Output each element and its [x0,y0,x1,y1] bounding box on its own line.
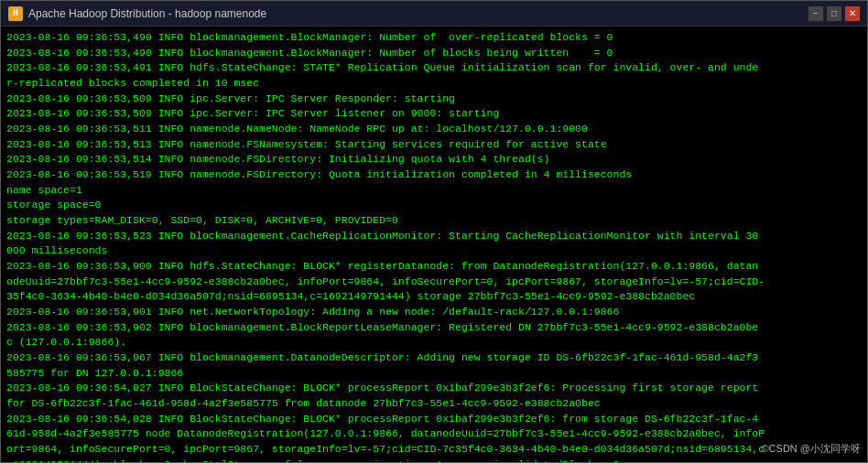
watermark: ©CSDN @小沈同学呀 [762,442,862,456]
log-line: 2023-08-16 09:36:53,491 INFO hdfs.StateC… [6,60,862,76]
log-line: 61d-958d-4a2f3e585775 node DatanodeRegis… [6,426,862,442]
log-line: 2023-08-16 09:36:54,028 INFO BlockStateC… [6,412,862,427]
log-line: 2023-08-16 09:36:53,519 INFO namenode.FS… [6,167,862,183]
log-line: 2023-08-16 09:36:53,511 INFO namenode.Na… [6,122,862,137]
log-line: 2023-08-16 09:36:53,900 INFO hdfs.StateC… [6,259,862,275]
maximize-button[interactable]: □ [827,6,841,21]
minimize-button[interactable]: − [808,6,823,21]
log-line: 2023-08-16 09:36:53,523 INFO blockmanage… [6,229,862,244]
log-line: 2023-08-16 09:36:53,490 INFO blockmanage… [6,46,862,61]
log-line: ort=9864, infoSecurePort=0, ipcPort=9867… [6,442,862,458]
window-title: Apache Hadoop Distribution - hadoop name… [28,7,803,20]
terminal-output: 2023-08-16 09:36:53,490 INFO blockmanage… [1,27,867,462]
window-controls: − □ ✕ [808,6,860,21]
log-line: storage types=RAM_DISK=0, SSD=0, DISK=0,… [6,213,862,229]
log-line: 2023-08-16 09:36:53,967 INFO blockmanage… [6,350,862,366]
log-line: 2023-08-16 09:36:53,514 INFO namenode.FS… [6,152,862,167]
log-line: 2023-08-16 09:36:53,509 INFO ipc.Server:… [6,92,862,107]
log-line: 2023-08-16 09:36:54,027 INFO BlockStateC… [6,381,862,396]
log-line: 2023-08-16 09:36:53,509 INFO ipc.Server:… [6,106,862,122]
log-line: 2023-08-16 09:36:53,513 INFO namenode.FS… [6,137,862,153]
log-line: 000 milliseconds [6,243,862,259]
log-line: 35f4c0-3634-4b40-b4e0-d034d36a507d;nsid=… [6,289,862,305]
log-line: =1692149791444), blocks: 0, hasStalStora… [6,458,862,462]
log-line: 2023-08-16 09:36:53,490 INFO blockmanage… [6,30,862,46]
log-line: 2023-08-16 09:36:53,902 INFO blockmanage… [6,320,862,336]
main-window: H Apache Hadoop Distribution - hadoop na… [0,0,868,463]
log-line: r-replicated blocks completed in 10 msec [6,76,862,92]
log-line: odeUuid=27bbf7c3-55e1-4cc9-9592-e388cb2a… [6,275,862,290]
close-button[interactable]: ✕ [845,6,860,21]
log-line: c (127.0.0.1:9866). [6,335,862,350]
log-line: storage space=0 [6,198,862,213]
title-bar: H Apache Hadoop Distribution - hadoop na… [1,1,867,27]
log-line: 585775 for DN 127.0.0.1:9866 [6,366,862,382]
app-icon: H [8,6,23,21]
log-line: name space=1 [6,183,862,199]
log-line: 2023-08-16 09:36:53,901 INFO net.Network… [6,305,862,320]
log-line: for DS-6fb22c3f-1fac-461d-958d-4a2f3e585… [6,396,862,412]
